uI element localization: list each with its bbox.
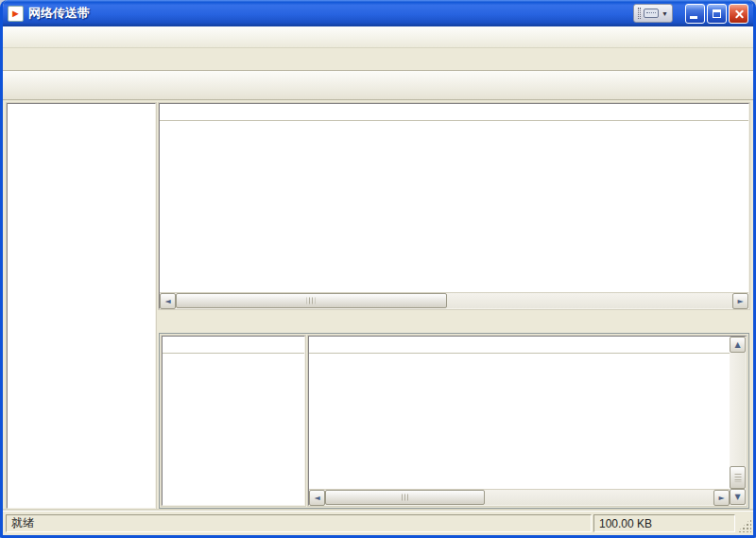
vscroll-thumb[interactable] [730,466,746,489]
toolbar [3,71,753,100]
minimize-button[interactable] [685,4,705,24]
download-list: ◄ ► [159,103,749,309]
log-hscroll[interactable]: ◄ ► [309,489,730,505]
download-list-rows [160,121,748,292]
title-bar[interactable]: ► 网络传送带 ▼ [3,0,753,26]
log-list: ▲ ▼ ◄ ► [308,336,747,506]
scroll-up-button[interactable]: ▲ [730,337,746,353]
right-pane: ◄ ► [159,103,749,509]
hscroll-thumb[interactable] [325,490,485,505]
status-text: 就绪 [6,514,592,532]
scroll-left-button[interactable]: ◄ [309,490,325,506]
language-bar-handle[interactable] [638,8,641,19]
chevron-down-icon[interactable]: ▼ [662,10,668,17]
menu-bar [3,26,753,48]
download-list-hscroll[interactable]: ◄ ► [160,292,748,308]
status-bar: 就绪 100.00 KB [3,511,753,535]
close-button[interactable] [729,4,748,24]
scroll-right-button[interactable]: ► [732,293,748,309]
scroll-right-button[interactable]: ► [713,490,730,506]
main-area: ◄ ► [3,100,753,511]
window-title: 网络传送带 [28,5,628,22]
log-panel: ▲ ▼ ◄ ► [159,314,749,509]
scroll-left-button[interactable]: ◄ [160,293,176,309]
minimize-icon [690,16,697,19]
app-icon: ► [8,6,24,22]
log-list-header [309,337,730,354]
keyboard-icon [644,9,659,18]
language-bar[interactable]: ▼ [633,4,673,23]
log-panel-body: ▲ ▼ ◄ ► [159,333,749,509]
maximize-button[interactable] [707,4,727,24]
log-list-rows [309,354,730,489]
scroll-down-button[interactable]: ▼ [730,489,746,505]
download-list-header [160,104,748,121]
maximize-icon [713,9,721,18]
log-list-main [309,337,730,489]
thread-list-header [163,337,304,354]
thread-list [162,336,305,506]
log-panel-tabs [159,314,749,333]
log-vscroll[interactable]: ▲ ▼ [730,337,746,505]
hscroll-thumb[interactable] [176,293,447,308]
category-tree [7,103,156,509]
status-size: 100.00 KB [593,514,735,532]
app-window: ► 网络传送带 ▼ ◄ ► [0,0,756,538]
main-tab-bar [3,48,753,71]
resize-grip[interactable] [737,518,751,532]
